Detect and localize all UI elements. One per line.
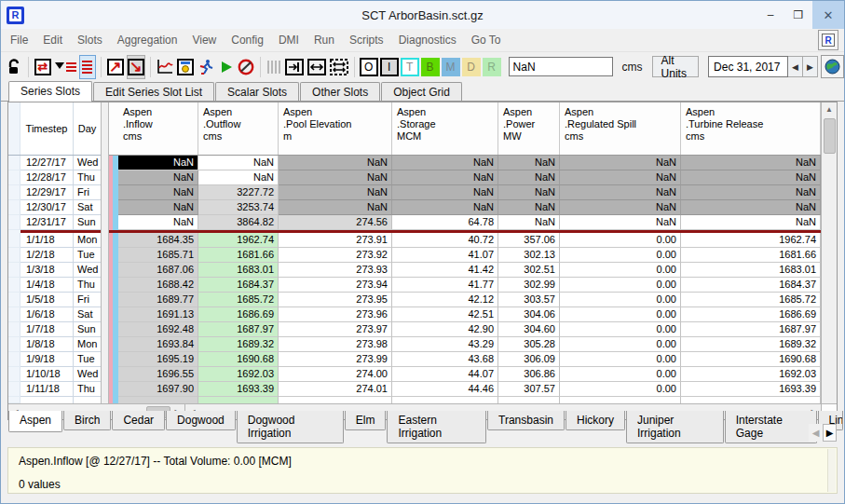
value-cell[interactable]: 1692.03: [681, 367, 821, 382]
day-cell[interactable]: Thu: [74, 382, 101, 397]
value-cell[interactable]: 0.00: [560, 322, 681, 337]
value-cell[interactable]: NaN: [392, 200, 498, 215]
row-gutter[interactable]: [8, 367, 20, 382]
expand-slot-button[interactable]: ↗: [106, 55, 125, 79]
value-cell[interactable]: 273.97: [279, 322, 392, 337]
row-gutter[interactable]: [8, 215, 20, 230]
timestep-cell[interactable]: 1/6/18: [20, 307, 74, 322]
shrink-slot-button[interactable]: ↘: [127, 55, 145, 79]
value-cell[interactable]: 302.99: [498, 278, 560, 293]
status-scrollbar[interactable]: [827, 449, 836, 492]
value-cell[interactable]: 1685.71: [118, 248, 198, 263]
menu-item-file[interactable]: File: [10, 34, 28, 47]
value-cell[interactable]: 1962.74: [681, 233, 821, 248]
object-tab-dogwood-irrigation[interactable]: Dogwood Irrigation: [237, 411, 344, 443]
value-cell[interactable]: 1685.72: [681, 293, 821, 307]
timestep-cell[interactable]: 12/29/17: [20, 185, 74, 200]
day-cell[interactable]: Sun: [74, 215, 101, 230]
value-cell[interactable]: 0.00: [560, 307, 681, 322]
value-cell[interactable]: NaN: [279, 170, 392, 185]
value-cell[interactable]: 1696.55: [118, 367, 198, 382]
timestep-cell[interactable]: 1/10/18: [20, 367, 74, 382]
value-cell[interactable]: NaN: [279, 156, 392, 170]
value-cell[interactable]: 64.78: [392, 215, 498, 230]
flag-b-button[interactable]: B: [421, 58, 440, 76]
day-cell[interactable]: Sat: [74, 200, 101, 215]
value-cell[interactable]: 44.46: [392, 382, 498, 397]
alt-units-button[interactable]: Alt Units: [652, 56, 699, 77]
lock-button[interactable]: [5, 55, 23, 79]
day-cell[interactable]: Wed: [74, 367, 101, 382]
value-cell[interactable]: NaN: [498, 185, 560, 200]
timestep-column-header[interactable]: Timestep: [20, 102, 74, 155]
value-cell[interactable]: NaN: [279, 200, 392, 215]
value-cell[interactable]: NaN: [560, 200, 681, 215]
value-cell[interactable]: 42.51: [392, 307, 498, 322]
value-cell[interactable]: NaN: [498, 170, 560, 185]
timestep-cell[interactable]: 1/7/18: [20, 322, 74, 337]
row-view-button[interactable]: [79, 55, 96, 79]
menu-item-view[interactable]: View: [192, 34, 216, 47]
value-cell[interactable]: 306.09: [498, 352, 560, 367]
object-tab-hickory[interactable]: Hickory: [566, 411, 625, 430]
value-cell[interactable]: 0.00: [560, 293, 681, 307]
timestep-cell[interactable]: 12/31/17: [20, 215, 74, 230]
value-cell[interactable]: 43.29: [392, 337, 498, 352]
value-cell[interactable]: 273.93: [279, 263, 392, 278]
value-cell[interactable]: 0.00: [560, 337, 681, 352]
value-cell[interactable]: 1690.68: [198, 352, 279, 367]
menu-item-config[interactable]: Config: [231, 34, 264, 47]
day-cell[interactable]: Fri: [74, 293, 101, 307]
value-cell[interactable]: NaN: [198, 156, 279, 170]
value-cell[interactable]: 302.51: [498, 263, 560, 278]
value-cell[interactable]: 1695.19: [118, 352, 198, 367]
row-gutter[interactable]: [8, 307, 20, 322]
day-cell[interactable]: Tue: [74, 248, 101, 263]
value-cell[interactable]: 307.57: [498, 382, 560, 397]
timestep-cell[interactable]: 1/9/18: [20, 352, 74, 367]
menu-item-edit[interactable]: Edit: [43, 34, 62, 47]
timestep-cell[interactable]: 1/2/18: [20, 248, 74, 263]
object-tab-transbasin[interactable]: Transbasin: [487, 411, 565, 430]
value-cell[interactable]: 1693.39: [681, 382, 821, 397]
stop-run-button[interactable]: [237, 55, 255, 79]
value-cell[interactable]: 1684.37: [198, 278, 279, 293]
value-cell[interactable]: 0.00: [560, 382, 681, 397]
divider-lines-button[interactable]: [266, 55, 282, 79]
value-cell[interactable]: 273.94: [279, 278, 392, 293]
value-cell[interactable]: 1687.97: [198, 322, 279, 337]
goto-date-button[interactable]: [821, 55, 844, 78]
value-cell[interactable]: NaN: [118, 215, 198, 230]
value-cell[interactable]: 41.42: [392, 263, 498, 278]
value-cell[interactable]: NaN: [498, 200, 560, 215]
value-cell[interactable]: 273.95: [279, 293, 392, 307]
value-cell[interactable]: NaN: [681, 215, 821, 230]
value-cell[interactable]: NaN: [681, 156, 821, 170]
day-cell[interactable]: Mon: [74, 337, 101, 352]
scroll-up-icon[interactable]: ▲: [823, 102, 837, 116]
value-cell[interactable]: 1693.84: [118, 337, 198, 352]
value-cell[interactable]: 1681.66: [198, 248, 279, 263]
refresh-button[interactable]: ⇄: [34, 55, 52, 79]
menu-item-slots[interactable]: Slots: [77, 34, 102, 47]
fit-column-button[interactable]: [284, 55, 305, 79]
column-header-aspen-pool-elevation[interactable]: Aspen.Pool Elevationm: [279, 102, 392, 155]
row-gutter[interactable]: [8, 337, 20, 352]
day-cell[interactable]: Fri: [74, 185, 101, 200]
row-gutter[interactable]: [8, 185, 20, 200]
date-next-button[interactable]: ▶: [803, 56, 818, 77]
row-gutter[interactable]: [8, 200, 20, 215]
date-field[interactable]: Dec 31, 2017: [708, 56, 788, 77]
menu-item-go-to[interactable]: Go To: [471, 34, 501, 47]
flag-r-button[interactable]: R: [483, 58, 501, 76]
close-button[interactable]: ✕: [812, 1, 844, 29]
day-cell[interactable]: Mon: [74, 233, 101, 248]
row-gutter[interactable]: [8, 278, 20, 293]
vertical-scrollbar[interactable]: ▲: [821, 102, 837, 403]
value-cell[interactable]: 1686.69: [681, 307, 821, 322]
open-object-button[interactable]: [176, 55, 195, 79]
column-header-aspen-storage[interactable]: Aspen.StorageMCM: [392, 102, 498, 155]
value-cell[interactable]: 1692.03: [198, 367, 279, 382]
value-cell[interactable]: 1683.01: [681, 263, 821, 278]
timestep-cell[interactable]: 12/27/17: [20, 156, 74, 170]
